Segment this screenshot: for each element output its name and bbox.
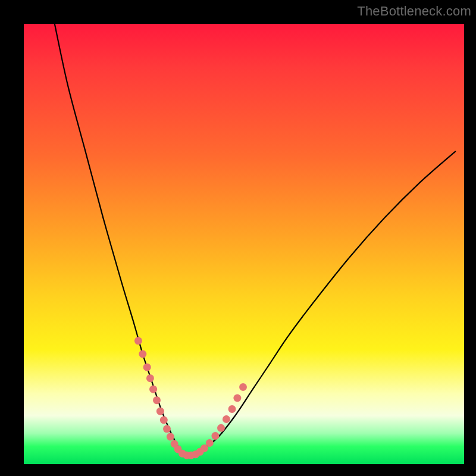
chart-overlay-svg [24,24,464,464]
highlight-dot [146,374,154,382]
highlight-dot [167,433,174,441]
highlight-dot [143,364,151,371]
watermark-text: TheBottleneck.com [357,4,471,19]
highlight-dot [134,337,142,345]
highlight-dot [211,432,219,440]
highlight-dot [206,439,214,447]
highlight-dot [228,405,236,413]
highlight-dot [149,386,157,393]
highlight-dot [223,415,230,423]
highlight-dot [160,416,168,424]
highlight-dot [217,424,225,432]
highlight-dot [233,394,241,402]
chart-frame: TheBottleneck.com [0,0,476,476]
highlight-dot [153,396,161,404]
highlight-dots-group [134,337,247,459]
highlight-dot [139,350,146,358]
bottleneck-curve [55,24,455,456]
highlight-dot [156,408,164,415]
highlight-dot [239,383,247,391]
highlight-dot [163,425,171,433]
